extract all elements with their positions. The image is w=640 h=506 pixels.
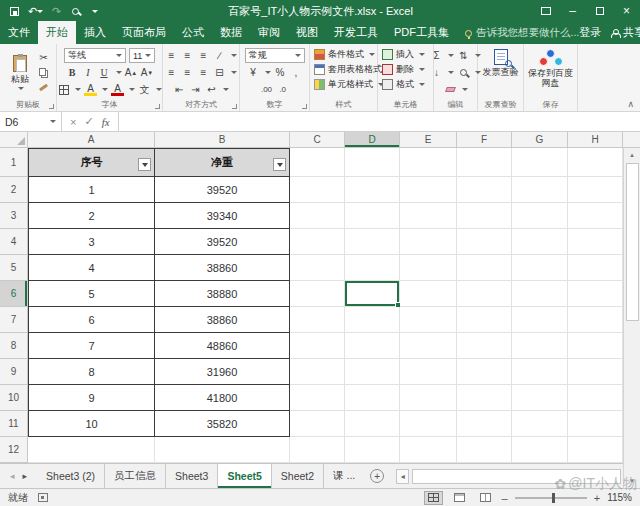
cell-A5[interactable]: 4 — [28, 255, 155, 281]
cancel-icon[interactable]: × — [70, 116, 76, 128]
row-header-10[interactable]: 10 — [0, 385, 28, 411]
cell[interactable] — [512, 281, 568, 307]
cell-B2[interactable]: 39520 — [155, 177, 290, 203]
cell-A3[interactable]: 2 — [28, 203, 155, 229]
cell-D6-selected[interactable] — [345, 281, 400, 307]
cell-A4[interactable]: 3 — [28, 229, 155, 255]
cell[interactable] — [457, 385, 512, 411]
accounting-format-icon[interactable]: ¥ — [247, 66, 260, 79]
format-cells-button[interactable]: 格式 — [380, 77, 431, 92]
column-header-F[interactable]: F — [457, 132, 512, 147]
cell[interactable] — [568, 307, 623, 333]
decrease-indent-icon[interactable]: ⇤ — [173, 83, 186, 96]
fill-icon[interactable]: ↓ — [430, 66, 443, 79]
cell[interactable] — [457, 437, 512, 463]
insert-function-icon[interactable]: fx — [102, 116, 110, 128]
row-header-11[interactable]: 11 — [0, 411, 28, 437]
cell[interactable] — [457, 177, 512, 203]
row-header-9[interactable]: 9 — [0, 359, 28, 385]
wrap-text-icon[interactable]: ↩ — [205, 83, 218, 96]
cell[interactable] — [400, 411, 457, 437]
zoom-slider-thumb[interactable] — [552, 493, 555, 503]
zoom-out-icon[interactable]: – — [502, 492, 508, 504]
sheet-tab-employee-info[interactable]: 员工信息 — [105, 464, 166, 488]
maximize-icon[interactable] — [586, 0, 613, 22]
cell[interactable] — [568, 177, 623, 203]
cell-B10[interactable]: 41800 — [155, 385, 290, 411]
cell[interactable] — [400, 229, 457, 255]
cell-A8[interactable]: 7 — [28, 333, 155, 359]
cell[interactable] — [568, 281, 623, 307]
alignment-dialog-launcher-icon[interactable] — [232, 104, 237, 109]
bold-button[interactable]: B — [66, 66, 79, 79]
tab-view[interactable]: 视图 — [288, 21, 326, 44]
align-center-icon[interactable]: ≡ — [181, 66, 194, 79]
horizontal-scroll-thumb[interactable] — [412, 469, 621, 484]
cell[interactable] — [345, 203, 400, 229]
number-format-dropdown[interactable]: 常规 — [245, 48, 305, 63]
cell[interactable] — [290, 148, 345, 177]
column-header-C[interactable]: C — [290, 132, 345, 147]
filter-icon[interactable] — [273, 158, 286, 171]
normal-view-button[interactable] — [424, 491, 443, 505]
save-to-baidu-button[interactable]: 保存到百度网盘 — [526, 47, 575, 98]
enter-icon[interactable]: ✓ — [84, 115, 93, 128]
phonetic-button[interactable]: 文 — [138, 83, 151, 96]
row-header-12[interactable]: 12 — [0, 437, 28, 463]
cell[interactable] — [512, 307, 568, 333]
delete-cells-button[interactable]: 删除 — [380, 62, 431, 77]
cell-A7[interactable]: 6 — [28, 307, 155, 333]
format-painter-icon[interactable] — [37, 81, 50, 94]
cell-A11[interactable]: 10 — [28, 411, 155, 437]
cell[interactable] — [512, 385, 568, 411]
italic-button[interactable]: I — [82, 66, 95, 79]
cell[interactable] — [290, 229, 345, 255]
cell-A1-table-header[interactable]: 序号 — [28, 148, 155, 177]
column-header-H[interactable]: H — [568, 132, 623, 147]
cell-B5[interactable]: 38860 — [155, 255, 290, 281]
borders-button[interactable] — [57, 83, 70, 96]
cell-A9[interactable]: 8 — [28, 359, 155, 385]
hscroll-left-icon[interactable]: ◂ — [396, 469, 409, 484]
cell[interactable] — [290, 307, 345, 333]
cell[interactable] — [512, 229, 568, 255]
cell[interactable] — [512, 333, 568, 359]
column-header-G[interactable]: G — [512, 132, 568, 147]
sheet-tab-sheet5-active[interactable]: Sheet5 — [218, 464, 271, 488]
font-name-dropdown[interactable]: 等线 — [64, 48, 126, 63]
underline-button[interactable]: U — [98, 66, 111, 79]
cell-A10[interactable]: 9 — [28, 385, 155, 411]
cell[interactable] — [512, 437, 568, 463]
page-break-view-button[interactable] — [476, 491, 495, 505]
cell[interactable] — [400, 359, 457, 385]
cell[interactable] — [512, 255, 568, 281]
row-header-1[interactable]: 1 — [0, 148, 28, 177]
scroll-down-icon[interactable]: ▾ — [625, 474, 640, 488]
conditional-formatting-button[interactable]: 条件格式 — [312, 47, 375, 62]
align-left-icon[interactable]: ≡ — [165, 66, 178, 79]
tab-data[interactable]: 数据 — [212, 21, 250, 44]
cell[interactable] — [400, 148, 457, 177]
cell[interactable] — [568, 411, 623, 437]
new-sheet-icon[interactable]: + — [370, 469, 384, 483]
clipboard-dialog-launcher-icon[interactable] — [49, 104, 54, 109]
cell[interactable] — [568, 385, 623, 411]
cell[interactable] — [568, 333, 623, 359]
comma-style-icon[interactable]: , — [290, 66, 303, 79]
cell[interactable] — [345, 385, 400, 411]
filter-icon[interactable] — [138, 158, 151, 171]
copy-icon[interactable] — [37, 66, 50, 79]
zoom-in-icon[interactable]: + — [594, 492, 600, 504]
cell[interactable] — [512, 359, 568, 385]
font-dialog-launcher-icon[interactable] — [155, 104, 160, 109]
cell[interactable] — [345, 177, 400, 203]
cell[interactable] — [512, 411, 568, 437]
cell[interactable] — [345, 437, 400, 463]
decrease-decimal-icon[interactable]: .0 — [276, 83, 289, 96]
select-all-corner[interactable] — [0, 132, 28, 147]
cell[interactable] — [400, 281, 457, 307]
row-header-4[interactable]: 4 — [0, 229, 28, 255]
cell[interactable] — [290, 437, 345, 463]
font-color-button[interactable]: A — [111, 83, 124, 96]
cell[interactable] — [345, 148, 400, 177]
